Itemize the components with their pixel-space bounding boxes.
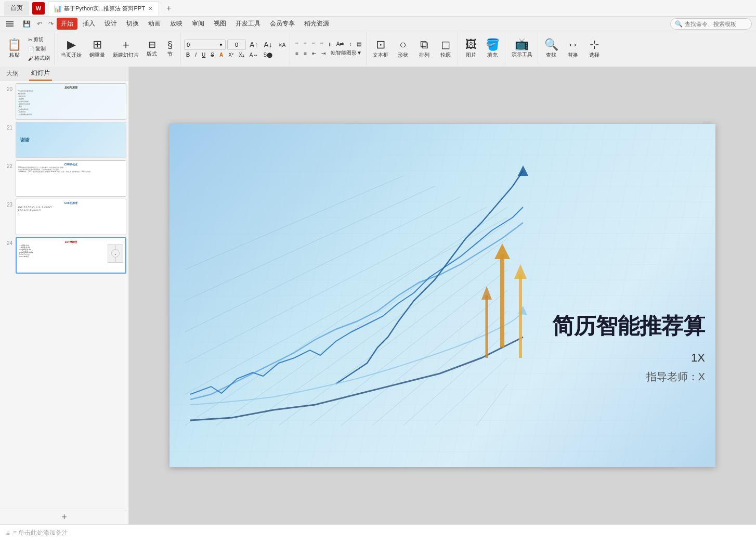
font-size-box[interactable]: 0 <box>227 40 246 50</box>
search-icon: 🔍 <box>675 20 683 28</box>
notes-placeholder[interactable]: ≡ 单击此处添加备注 <box>13 529 68 537</box>
undo-button[interactable]: ↶ <box>35 19 44 29</box>
align-left-button[interactable]: ≡ <box>293 41 301 47</box>
select-label: 选择 <box>589 51 599 59</box>
lstm-diagram: σ <box>108 244 123 263</box>
menu-transition[interactable]: 切换 <box>122 18 143 30</box>
decrease-font-button[interactable]: A↓ <box>262 40 274 49</box>
play-icon: ▶ <box>67 39 76 50</box>
paste-button[interactable]: 📋 粘贴 <box>4 34 24 63</box>
new-slide-button[interactable]: ＋ 新建幻灯片 <box>110 34 142 63</box>
menu-playback[interactable]: 放映 <box>166 18 187 30</box>
save-button[interactable]: 💾 <box>21 19 33 29</box>
char-spacing-button[interactable]: A↔ <box>247 51 260 58</box>
slide-thumb-24[interactable]: 24 LSTM原理 i = σ(W[h,x]+b) f = σ(Wf[h,x]+… <box>2 237 126 274</box>
align-right-button[interactable]: ≡ <box>310 41 317 47</box>
slide-thumb-23[interactable]: 23 CRF的原理 p(y) = Σ Σ λₖfₖ(y*ₜ, yₜ, x) - … <box>2 199 126 235</box>
slide-img-20[interactable]: 总结与展望 • 实验环境与配置设定 • 实验设置 - 划分比例 - 超参数 • … <box>16 83 126 120</box>
outline-icon: ◻ <box>441 39 450 50</box>
font-name-dropdown[interactable]: 0 ▼ <box>184 40 226 50</box>
section-button[interactable]: § 节 <box>162 39 178 59</box>
justify-button[interactable]: ≡ <box>318 41 325 47</box>
subscript-button[interactable]: X₂ <box>237 51 246 58</box>
fill-button[interactable]: 🪣 填充 <box>483 34 503 63</box>
increase-font-button[interactable]: A↑ <box>247 40 260 49</box>
replace-button[interactable]: ↔ 替换 <box>563 34 583 63</box>
outline-button[interactable]: ◻ 轮廓 <box>436 34 455 63</box>
text-direction-button[interactable]: ⫿ <box>327 41 333 47</box>
underline-button[interactable]: U <box>200 51 207 58</box>
smart-transform-button[interactable]: 転智能图形▼ <box>329 49 364 57</box>
find-button[interactable]: 🔍 查找 <box>541 34 562 63</box>
shadow-button[interactable]: S⬤ <box>262 51 275 58</box>
decrease-indent-button[interactable]: ⇤ <box>310 50 318 57</box>
image-button[interactable]: 🖼 图片 <box>461 34 481 63</box>
ppt-tab-close[interactable]: ✕ <box>147 5 153 11</box>
increase-indent-button[interactable]: ⇥ <box>319 50 328 57</box>
shape-button[interactable]: ○ 形状 <box>393 34 413 63</box>
outline-tab[interactable]: 大纲 <box>4 67 21 80</box>
menu-wps-resource[interactable]: 稻壳资源 <box>300 18 333 30</box>
select-button[interactable]: ⊹ 选择 <box>584 34 604 63</box>
outline-label: 轮廓 <box>440 51 451 59</box>
new-tab-button[interactable]: + <box>162 2 175 15</box>
ribbon-group-font: 0 ▼ 0 A↑ A↓ ✕A B I U S A X² X₂ A↔ S⬤ <box>182 33 290 65</box>
slides-tab[interactable]: 幻灯片 <box>29 67 52 81</box>
redo-button[interactable]: ↷ <box>46 19 56 29</box>
line-spacing-button[interactable]: ↕ <box>347 41 354 47</box>
font-color-button[interactable]: A <box>217 51 225 58</box>
numbered-list-button[interactable]: ≡ <box>302 50 309 57</box>
search-input[interactable] <box>685 21 747 27</box>
slide-thumb-20[interactable]: 20 总结与展望 • 实验环境与配置设定 • 实验设置 - 划分比例 - 超参数… <box>2 83 126 120</box>
text-box-button[interactable]: ⊡ 文本框 <box>370 34 392 63</box>
slide-thumb-22[interactable]: 22 CRF的优点 CRF能在给定观测序列上定义一个条件概率，对全局特征进行建模… <box>2 160 126 197</box>
superscript-button[interactable]: X² <box>226 51 236 58</box>
menu-review[interactable]: 审阅 <box>188 18 208 30</box>
add-slide-button[interactable]: + <box>0 510 128 524</box>
bold-button[interactable]: B <box>184 51 192 58</box>
clear-format-button[interactable]: ✕A <box>276 42 288 48</box>
canvas-area[interactable]: 简历智能推荐算 1X 指导老师：X <box>129 67 756 524</box>
menu-insert[interactable]: 插入 <box>79 18 99 30</box>
tab-home[interactable]: 首页 <box>4 1 29 16</box>
mini-title-22: CRF的优点 <box>18 163 124 166</box>
menu-start[interactable]: 开始 <box>57 18 77 30</box>
align-text-button[interactable]: ▤ <box>355 41 363 47</box>
slide-img-22[interactable]: CRF的优点 CRF能在给定观测序列上定义一个条件概率，对全局特征进行建模。..… <box>16 160 126 197</box>
menu-member[interactable]: 会员专享 <box>266 18 299 30</box>
slide-thumb-21[interactable]: 21 谢谢 <box>2 122 126 158</box>
present-tool-button[interactable]: 📺 演示工具 <box>509 34 536 63</box>
align-center-button[interactable]: ≡ <box>302 41 309 47</box>
svg-text:σ: σ <box>115 253 116 255</box>
select-icon: ⊹ <box>590 39 599 50</box>
slide-img-21[interactable]: 谢谢 <box>16 122 126 158</box>
italic-button[interactable]: I <box>193 51 199 58</box>
paste-label: 粘贴 <box>9 51 20 59</box>
cut-button[interactable]: ✂ 剪切 <box>26 35 52 44</box>
slide-img-23[interactable]: CRF的原理 p(y) = Σ Σ λₖfₖ(y*ₜ, yₜ, x) - Σ μ… <box>16 199 126 235</box>
notes-bar[interactable]: ≡ ≡ 单击此处添加备注 <box>0 524 756 541</box>
strikethrough-button[interactable]: S <box>208 51 216 58</box>
hamburger-menu[interactable] <box>4 19 16 29</box>
slide-img-24[interactable]: LSTM原理 i = σ(W[h,x]+b) f = σ(Wf[h,x]+bf)… <box>16 237 126 274</box>
ppt-tab[interactable]: 📊 基于Python实...推算法 答辩PPT ✕ <box>48 1 159 16</box>
copy-icon: 📄 <box>28 46 34 52</box>
font-name-value: 0 <box>187 42 190 48</box>
search-box[interactable]: 🔍 <box>670 18 752 30</box>
menu-view[interactable]: 视图 <box>210 18 230 30</box>
ribbon-group-drawing: ⊡ 文本框 ○ 形状 ⧉ 排列 ◻ 轮廓 <box>368 33 458 65</box>
weight-button[interactable]: ⊞ 鋼重量 <box>86 34 108 63</box>
play-from-here-button[interactable]: ▶ 当页开始 <box>58 34 85 63</box>
ribbon-group-top-slides: ▶ 当页开始 ⊞ 鋼重量 ＋ 新建幻灯片 ⊟ 版式 § 节 <box>58 34 178 64</box>
bullet-list-button[interactable]: ≡ <box>293 50 301 57</box>
format-painter-button[interactable]: 🖌 格式刷 <box>26 54 52 62</box>
arrange-button[interactable]: ⧉ 排列 <box>414 34 434 63</box>
copy-button[interactable]: 📄 复制 <box>26 45 52 53</box>
menu-design[interactable]: 设计 <box>100 18 121 30</box>
convert-text-button[interactable]: A⇌ <box>334 41 346 47</box>
menu-dev[interactable]: 开发工具 <box>231 18 265 30</box>
menu-animation[interactable]: 动画 <box>144 18 165 30</box>
format-button[interactable]: ⊟ 版式 <box>144 39 160 59</box>
home-tab-label: 首页 <box>10 4 23 12</box>
new-slide-icon: ＋ <box>120 39 132 50</box>
